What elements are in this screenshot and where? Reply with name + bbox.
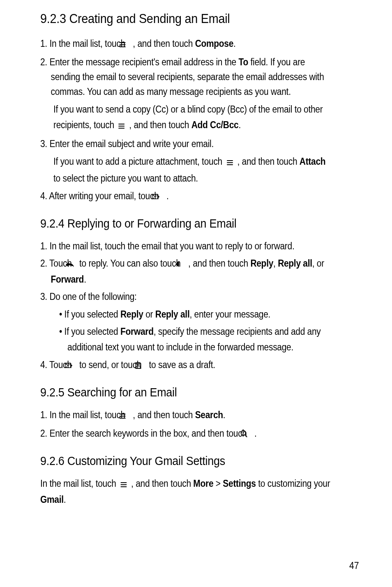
text: , and then touch	[133, 38, 195, 49]
text: .	[64, 494, 66, 505]
text-bold: Add Cc/Bcc	[191, 120, 239, 130]
text: or	[143, 309, 155, 320]
text: , and then touch	[188, 258, 250, 269]
text: 2. Enter the search keywords in the box,…	[40, 428, 249, 439]
text: 4. After writing your email, touch	[40, 191, 161, 201]
text: If you want to add a picture attachment,…	[53, 156, 224, 167]
text: In the mail list, touch	[40, 478, 118, 489]
text: , enter your message.	[189, 309, 270, 320]
text: , and then touch	[131, 478, 193, 489]
text: .	[84, 274, 86, 285]
text: , and then touch	[133, 410, 195, 420]
text-bold: Forward	[120, 326, 154, 337]
page: 9.2.3 Creating and Sending an Email 1. I…	[0, 0, 392, 587]
text-bold: Settings	[223, 478, 256, 489]
text-bold: Reply all	[155, 309, 190, 320]
text: to send, or touch	[79, 359, 144, 370]
text: to reply. You can also touch	[79, 258, 183, 269]
text-bold: Reply	[250, 258, 273, 269]
text: ,	[273, 258, 278, 269]
s924-step1: 1. In the mail list, touch the email tha…	[40, 239, 331, 253]
s923-note1: If you want to send a copy (Cc) or a bli…	[53, 101, 332, 134]
svg-rect-12	[136, 366, 140, 368]
heading-9-2-4: 9.2.4 Replying to or Forwarding an Email	[40, 217, 338, 230]
text: .	[233, 38, 236, 49]
heading-9-2-6: 9.2.6 Customizing Your Gmail Settings	[40, 454, 338, 468]
s924-step3: 3. Do one of the following:	[40, 289, 331, 304]
text: 1. In the mail list, touch	[40, 38, 127, 49]
s924-bullet1: • If you selected Reply or Reply all, en…	[59, 306, 333, 322]
s924-bullet2: • If you selected Forward, specify the m…	[59, 324, 333, 355]
text: .	[223, 410, 226, 420]
text: , and then touch	[238, 156, 300, 167]
text: to save as a draft.	[149, 359, 215, 370]
text: to select the picture you want to attach…	[53, 173, 198, 184]
s923-note2: If you want to add a picture attachment,…	[53, 154, 332, 186]
text-bold: Reply	[120, 309, 143, 320]
s923-step3: 3. Enter the email subject and write you…	[40, 136, 331, 151]
text-bold: More	[193, 478, 213, 489]
s926-intro: In the mail list, touch , and then touch…	[40, 476, 331, 507]
text: >	[213, 478, 223, 489]
s925-step1: 1. In the mail list, touch , and then to…	[40, 407, 331, 424]
text: 2. Enter the message recipient's email a…	[40, 57, 239, 67]
text: 1. In the mail list, touch	[40, 410, 127, 420]
heading-9-2-3: 9.2.3 Creating and Sending an Email	[40, 12, 338, 26]
text-bold: To	[239, 57, 248, 67]
text: • If you selected	[59, 326, 120, 337]
text-bold: Attach	[300, 156, 325, 167]
svg-point-16	[241, 430, 245, 435]
menu-icon	[118, 118, 125, 134]
s923-step4: 4. After writing your email, touch .	[40, 189, 331, 205]
text-bold: Forward	[51, 274, 84, 285]
svg-line-17	[245, 435, 247, 437]
s923-step1: 1. In the mail list, touch , and then to…	[40, 36, 331, 52]
text-bold: Reply all	[278, 258, 312, 269]
menu-icon	[226, 155, 233, 170]
text: to customizing your	[256, 478, 330, 489]
text: , or	[312, 258, 324, 269]
page-number: 47	[349, 560, 359, 571]
menu-icon	[120, 477, 127, 492]
heading-9-2-5: 9.2.5 Searching for an Email	[40, 386, 338, 399]
s924-step2: 2. Touch to reply. You can also touch , …	[40, 256, 331, 287]
text-bold: Search	[195, 410, 223, 420]
text: , and then touch	[129, 120, 191, 130]
text-bold: Compose	[195, 38, 233, 49]
text: .	[254, 428, 257, 439]
s924-step4: 4. Touch to send, or touch to save as a …	[40, 357, 331, 373]
s923-step2: 2. Enter the message recipient's email a…	[40, 55, 331, 99]
text: • If you selected	[59, 309, 120, 320]
text: .	[166, 191, 169, 201]
text: .	[238, 120, 241, 130]
s925-step2: 2. Enter the search keywords in the box,…	[40, 426, 331, 442]
text-bold: Gmail	[40, 494, 64, 505]
